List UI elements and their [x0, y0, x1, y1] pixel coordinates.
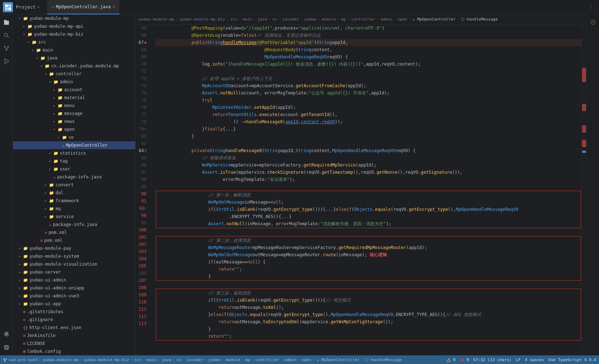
- tree-item-tag[interactable]: ▸📁tag: [13, 157, 135, 165]
- ln-91: 91: [138, 197, 149, 205]
- breadcrumb-item[interactable]: yudao-module-mp: [138, 17, 174, 22]
- tree-item-convert[interactable]: ▸📁convert: [13, 181, 135, 189]
- tree-item-yudao-module-mp[interactable]: ▾📁yudao-module-mp: [13, 14, 135, 22]
- ln-89: 89: [138, 183, 149, 190]
- tree-item-gitignore[interactable]: ⊘.gitignore: [13, 316, 135, 324]
- tree-item-yudao-server[interactable]: ▸📁yudao-server: [13, 268, 135, 276]
- tree-item-yudao-ui-app[interactable]: ▸📁yudao-ui-app: [13, 300, 135, 308]
- breadcrumb-item[interactable]: java: [257, 17, 267, 22]
- breadcrumb-item[interactable]: yudao-module-mp-biz: [180, 17, 225, 22]
- tree-item-framework[interactable]: ▸📁framework: [13, 197, 135, 205]
- tree-item-java[interactable]: ▾📁java: [13, 54, 135, 62]
- tree-item-MpOpenController[interactable]: ☕MpOpenController: [13, 141, 135, 149]
- tree-item-src[interactable]: ▾📁src: [13, 38, 135, 46]
- code-line-85: // 校验请求签名: [155, 154, 582, 161]
- tree-item-news[interactable]: ▸📁news: [13, 117, 135, 125]
- ln-105: 105: [138, 262, 149, 270]
- code-line-101: WxMpMessageRouter mpMessageRouter = mpSe…: [156, 244, 581, 251]
- breadcrumb-item[interactable]: iocoder: [282, 17, 299, 22]
- svg-point-7: [7, 46, 9, 48]
- status-main: main: [147, 358, 157, 362]
- tree-item-cn-iocoder[interactable]: ▾📁cn.iocoder.yudao.module.mp: [13, 62, 135, 70]
- tree-item-menu[interactable]: ▸📁menu: [13, 102, 135, 110]
- tree-item-yudao-module-visualization[interactable]: ▸📁yudao-module-visualization: [13, 260, 135, 268]
- tree-item-yudao-ui-admin-vue3[interactable]: ▸📁yudao-ui-admin-vue3: [13, 292, 135, 300]
- status-submodule: yudao-module-mp-biz: [84, 358, 129, 362]
- ln-90: 90: [138, 190, 149, 197]
- ln-67: 67 ●: [138, 39, 149, 46]
- right-gutter: [582, 25, 586, 355]
- debug-icon[interactable]: [1, 56, 12, 66]
- breadcrumb-item[interactable]: admin: [380, 17, 392, 22]
- right-panel-icon-1[interactable]: [588, 17, 598, 27]
- file-explorer-icon[interactable]: [1, 17, 12, 27]
- breadcrumb-item[interactable]: mp: [341, 17, 346, 22]
- breadcrumb-item[interactable]: open: [398, 17, 408, 22]
- tree-item-http-client-env[interactable]: {} http-client.env.json: [13, 324, 135, 332]
- tree-item-jenkinsfile[interactable]: ≡ Jenkinsfile: [13, 332, 135, 339]
- svg-marker-11: [5, 59, 9, 64]
- status-open: open: [302, 358, 312, 362]
- tree-item-yudao-module-system[interactable]: ▸📁yudao-module-system: [13, 252, 135, 260]
- tree-item-yudao-module-pay[interactable]: ▸📁yudao-module-pay: [13, 244, 135, 252]
- code-line-90: // 第一步，解析消息: [156, 191, 581, 199]
- notifications-icon[interactable]: [1, 329, 12, 339]
- tree-item-package-info1[interactable]: ☕package-info.java: [13, 173, 135, 181]
- status-bar-right: 0 0 67:32 (13 chars) LF 4 spaces Vue Typ…: [446, 358, 596, 362]
- svg-point-18: [5, 360, 6, 361]
- ln-76: 76: [138, 104, 149, 111]
- code-line-74: Assert.notNull(account, errorMsgTemplate…: [155, 89, 582, 97]
- tree-item-lombok-config[interactable]: ⚙ lombok.config: [13, 347, 135, 355]
- tree-item-service[interactable]: ▸📁service: [13, 213, 135, 221]
- tree-item-package-info2[interactable]: ☕package-info.java: [13, 221, 135, 228]
- tab-actions[interactable]: ⋮: [589, 4, 596, 10]
- ln-111: 111: [138, 306, 149, 313]
- tree-item-admin[interactable]: ▾📁admin: [13, 78, 135, 86]
- breadcrumb-item[interactable]: controller: [351, 17, 375, 22]
- git-icon[interactable]: [1, 43, 12, 53]
- code-line-65: @PostMapping(value = @v"/{appId}", produ…: [155, 25, 582, 32]
- breadcrumb-item[interactable]: yudao: [304, 17, 316, 22]
- breadcrumb-item[interactable]: cn: [272, 17, 277, 22]
- breadcrumb-sep: ›: [176, 17, 178, 22]
- tree-item-dal[interactable]: ▸📁dal: [13, 189, 135, 197]
- settings-icon[interactable]: [1, 342, 12, 352]
- tree-item-yudao-module-mp-api[interactable]: ▸📁yudao-module-mp-api: [13, 22, 135, 30]
- tree-item-gitattributes[interactable]: ⚙.gitattributes: [13, 308, 135, 316]
- ln-110: 110: [138, 298, 149, 306]
- line-numbers: 65 66 67 ● 68 69 70 71 72 73 74 75 76 77…: [136, 25, 154, 355]
- tree-item-pom-mp[interactable]: m pom.xml: [13, 236, 135, 244]
- breadcrumb-current-method[interactable]: ⬡ handleMessage: [461, 17, 498, 22]
- tree-item-user[interactable]: ▸📁user: [13, 165, 135, 173]
- svg-line-19: [4, 359, 5, 360]
- breadcrumb-item[interactable]: main: [243, 17, 252, 22]
- tree-item-license[interactable]: ≡ LICENSE: [13, 339, 135, 347]
- tree-item-message[interactable]: ▸📁message: [13, 110, 135, 117]
- active-tab[interactable]: ☕ MpOpenController.java ×: [47, 0, 119, 14]
- breadcrumb-item[interactable]: src: [230, 17, 237, 22]
- tree-item-main[interactable]: ▾📁main: [13, 46, 135, 54]
- tree-item-pom-biz[interactable]: m pom.xml: [13, 228, 135, 236]
- tree-item-material[interactable]: ▸📁material: [13, 94, 135, 102]
- search-icon[interactable]: [1, 30, 12, 40]
- tree-item-yudao-ui-admin-uniapp[interactable]: ▸📁yudao-ui-admin-uniapp: [13, 284, 135, 292]
- tree-item-vo[interactable]: ▸📁vo: [13, 133, 135, 141]
- breadcrumb-item[interactable]: module: [322, 17, 336, 22]
- status-position: 67:32 (13 chars): [473, 358, 511, 362]
- tree-item-yudao-module-mp-biz[interactable]: ▾📁yudao-module-mp-biz: [13, 30, 135, 38]
- tab-close-button[interactable]: ×: [113, 5, 115, 9]
- svg-rect-1: [8, 4, 11, 7]
- breadcrumb-current-file[interactable]: ☕ MpOpenController: [413, 17, 455, 22]
- tree-item-account[interactable]: ▸📁account: [13, 86, 135, 94]
- tree-item-open[interactable]: ▾📁open: [13, 125, 135, 133]
- tree-item-controller[interactable]: ▾📁controller: [13, 70, 135, 78]
- status-module2: module: [226, 358, 240, 362]
- tree-item-yudao-ui-admin[interactable]: ▸📁yudao-ui-admin: [13, 276, 135, 284]
- code-line-100: // 第二步，处理消息: [156, 237, 581, 244]
- tree-item-mq[interactable]: ▸📁mq: [13, 205, 135, 213]
- ln-84: 84 @: [138, 147, 149, 154]
- svg-point-15: [593, 23, 593, 24]
- tree-item-statistics[interactable]: ▸📁statistics: [13, 149, 135, 157]
- project-label[interactable]: Project ▾: [16, 4, 40, 10]
- code-line-106: [155, 281, 582, 288]
